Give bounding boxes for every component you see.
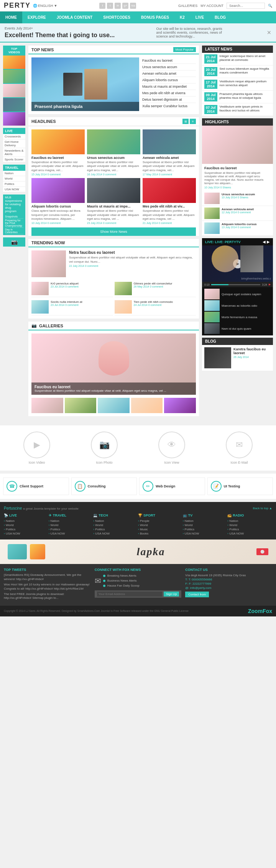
view-icon-circle[interactable]: 👁	[158, 432, 185, 458]
footer-radio-politics[interactable]: Politics	[227, 527, 272, 531]
travel-usa[interactable]: USA NOW	[3, 187, 25, 192]
trending-thumb-3[interactable]	[31, 300, 49, 314]
footer-radio-usa[interactable]: USA NOW	[227, 531, 272, 536]
nav-bonus[interactable]: BONUS PAGES	[136, 11, 174, 23]
live-tv-next-icon[interactable]: ▶	[267, 240, 270, 244]
footer-tv-nation[interactable]: Nation	[183, 519, 228, 523]
galleries-link[interactable]: GALLERIES	[178, 4, 197, 8]
rss-icon[interactable]: rss	[130, 3, 136, 9]
live-tv-prev-icon[interactable]: ◀	[263, 240, 266, 244]
headline-img-5[interactable]	[87, 178, 140, 203]
mlb-item-celebrities[interactable]: Day in Celebrities	[5, 228, 23, 234]
footer-travel-world[interactable]: World	[49, 523, 94, 527]
nav-k2[interactable]: K2	[174, 11, 190, 23]
nav-joomla[interactable]: JOOMLA CONTENT	[51, 11, 98, 23]
footer-sport-music[interactable]: Music	[138, 527, 183, 531]
footer-sport-world[interactable]: World	[138, 523, 183, 527]
video-thumb-3[interactable]	[3, 84, 25, 97]
hero-close-icon[interactable]: ✕	[267, 29, 271, 36]
live-item-newsletters[interactable]: Newsletters & Alerts	[3, 148, 25, 157]
highlights-list-item-3[interactable]: Aliquam lobortis cursus 13 July 2014 0 c…	[202, 221, 273, 236]
headline-img-2[interactable]	[87, 129, 140, 154]
live-tv-thumb-item-4[interactable]: Nam id dui quis quam	[204, 323, 271, 334]
travel-world[interactable]: World	[3, 176, 25, 181]
mlb-item-pga[interactable]: Preparing for the PGA Championship	[5, 219, 23, 228]
live-item-crosswords[interactable]: Crosswords	[3, 134, 25, 139]
service-client-support[interactable]: ☎ Client Support	[3, 477, 69, 495]
footer-tech-nation[interactable]: Nation	[93, 519, 138, 523]
galleries-main-image[interactable]: Faucibus eu laoreet Suspendisse at liber…	[31, 333, 196, 395]
video-thumb-2[interactable]	[3, 70, 25, 83]
nav-shortcodes[interactable]: SHORTCODES	[98, 11, 136, 23]
live-item-delivery[interactable]: Get Home Delivery	[3, 139, 25, 148]
twitter-icon[interactable]: t	[107, 3, 113, 9]
account-link[interactable]: MY ACCOUNT	[200, 4, 223, 8]
search-icon[interactable]: 🔍	[268, 4, 272, 8]
gallery-thumb-4[interactable]	[131, 398, 163, 413]
travel-nation[interactable]: Nation	[3, 171, 25, 176]
footer-live-politics[interactable]: Politics	[4, 527, 49, 531]
footer-sport-people[interactable]: People	[138, 519, 183, 523]
nav-live[interactable]: LIVE	[190, 11, 209, 23]
footer-tv-politics[interactable]: Politics	[183, 527, 228, 531]
footer-sport-books[interactable]: Books	[138, 531, 183, 536]
latest-item-5[interactable]: 07 Jul 2014 Vestibulum ante ipsum primis…	[202, 103, 273, 116]
video-icon-circle[interactable]: ▶	[23, 432, 50, 458]
video-thumb-1[interactable]	[3, 56, 25, 69]
footer-tech-politics[interactable]: Politics	[93, 527, 138, 531]
footer-live-world[interactable]: World	[4, 523, 49, 527]
service-web-design[interactable]: ✏ Web Design	[139, 477, 205, 495]
show-more-button[interactable]: Show More News	[31, 227, 196, 236]
top-news-main-image[interactable]: Praesent pharetra ligula	[31, 57, 139, 111]
trending-thumb-4[interactable]	[115, 300, 132, 314]
live-tv-thumb-item-2[interactable]: Maecenas ac lobortis odio	[204, 300, 271, 311]
contact-form-button[interactable]: Contact from	[185, 592, 209, 597]
grid-view-icon[interactable]: ⊞	[182, 119, 189, 124]
news-item-2[interactable]: Ursus senectus accum	[142, 64, 196, 70]
footer-live-nation[interactable]: Nation	[4, 519, 49, 523]
footer-tech-world[interactable]: World	[93, 523, 138, 527]
gallery-thumb-3[interactable]	[98, 398, 130, 413]
search-input[interactable]	[227, 3, 265, 9]
nav-blog[interactable]: BLOG	[209, 11, 231, 23]
list-view-icon[interactable]: ≡	[190, 119, 196, 124]
site-logo[interactable]: PERTY	[4, 2, 31, 10]
nav-explore[interactable]: EXPLORE	[22, 11, 51, 23]
live-tv-thumb-item-1[interactable]: Quisque eget sodales sapien	[204, 289, 271, 299]
facebook-icon[interactable]: f	[99, 3, 105, 9]
footer-radio-world[interactable]: World	[227, 523, 272, 527]
highlights-list-item-1[interactable]: Ursus senectus accum 10 July 2014 0 Shar…	[202, 191, 273, 206]
footer-travel-nation[interactable]: Nation	[49, 519, 94, 523]
footer-radio-nation[interactable]: Nation	[227, 519, 272, 523]
news-item-5[interactable]: Mauris ut mauris at imperdiet	[142, 83, 196, 90]
latest-item-1[interactable]: 21 Jul 2014 Integer scelerisque libero s…	[202, 53, 273, 65]
highlights-main-image[interactable]	[202, 126, 273, 164]
back-to-top-button[interactable]: Back to top ▲	[253, 507, 272, 510]
trending-main-image[interactable]	[31, 250, 66, 277]
travel-politics[interactable]: Politics	[3, 181, 25, 187]
nav-home[interactable]: HOME	[0, 11, 22, 23]
footer-live-usa[interactable]: USA NOW	[4, 531, 49, 536]
language-selector[interactable]: 🌐 ENGLISH ▼	[33, 4, 57, 8]
news-item-6[interactable]: Mes pede elit nibh at viverra	[142, 90, 196, 96]
email-icon-circle[interactable]: ✉	[226, 432, 253, 458]
footer-tv-world[interactable]: World	[183, 523, 228, 527]
live-item-sports[interactable]: Sports Scorer	[3, 157, 25, 162]
footer-tech-usa[interactable]: USA NOW	[93, 531, 138, 536]
live-tv-screen[interactable]: ▶ bringthemhashes.webs.c	[202, 245, 273, 282]
trending-thumb-2[interactable]	[115, 282, 132, 295]
footer-travel-usa[interactable]: USA NOW	[49, 531, 94, 536]
gallery-thumb-5[interactable]	[164, 398, 196, 413]
latest-item-4[interactable]: 09 Jul 2014 Praesent pharetra ligula ult…	[202, 91, 273, 103]
video-thumb-5[interactable]	[3, 112, 25, 126]
footer-tv-usa[interactable]: USA NOW	[183, 531, 228, 536]
news-item-3[interactable]: Aenean vehicula amet	[142, 70, 196, 77]
news-item-4[interactable]: Aliquam lobortis cursus	[142, 77, 196, 83]
latest-item-2[interactable]: 20 Jul 2014 Sed cursus bibendum augue fr…	[202, 65, 273, 78]
photo-icon-circle[interactable]: 📷	[91, 432, 118, 458]
blog-image[interactable]	[204, 347, 231, 368]
service-ui-testing[interactable]: 📝 UI Testing	[207, 477, 273, 495]
headline-img-1[interactable]	[31, 129, 85, 154]
footer-travel-politics[interactable]: Politics	[49, 527, 94, 531]
gplus-icon[interactable]: g+	[122, 3, 128, 9]
